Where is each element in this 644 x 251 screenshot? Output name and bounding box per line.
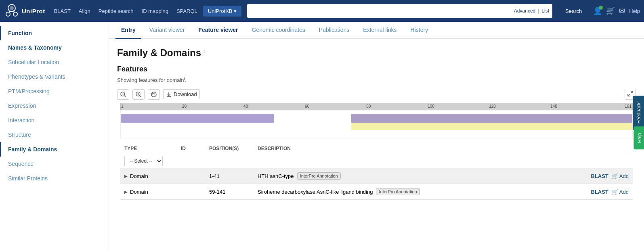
svg-point-13 bbox=[151, 92, 156, 97]
sidebar-item-phenotypes-variants[interactable]: Phenotypes & Variants bbox=[0, 69, 109, 84]
section-info-icon[interactable]: ⁱ bbox=[203, 50, 205, 56]
zoom-in-button[interactable] bbox=[132, 89, 145, 100]
tabs-bar: Entry Variant viewer Feature viewer Geno… bbox=[109, 22, 644, 39]
sidebar-item-ptm-processing[interactable]: PTM/Processing bbox=[0, 84, 109, 98]
tab-variant-viewer[interactable]: Variant viewer bbox=[144, 22, 191, 39]
svg-point-3 bbox=[13, 12, 17, 16]
interpro-badge-1[interactable]: InterPro Annotation bbox=[297, 172, 341, 180]
features-note: Showing features for domaini. bbox=[117, 76, 636, 83]
tab-publications[interactable]: Publications bbox=[313, 22, 355, 39]
tab-entry[interactable]: Entry bbox=[115, 22, 141, 39]
download-icon bbox=[166, 92, 172, 97]
advanced-link[interactable]: Advanced bbox=[514, 8, 535, 14]
svg-point-2 bbox=[6, 12, 10, 16]
ruler-bar: 20 40 60 80 100 120 140 1 161 bbox=[120, 103, 633, 110]
main-layout: Function Names & Taxonomy Subcellular Lo… bbox=[0, 22, 644, 251]
svg-line-12 bbox=[140, 96, 141, 97]
search-button[interactable]: Search bbox=[560, 6, 587, 17]
feedback-button[interactable]: Feedback bbox=[633, 96, 644, 130]
search-input[interactable] bbox=[250, 8, 514, 14]
sidebar-item-similar-proteins[interactable]: Similar Proteins bbox=[0, 171, 109, 186]
nav-sparql[interactable]: SPARQL bbox=[174, 6, 200, 16]
sidebar-item-function[interactable]: Function bbox=[0, 26, 109, 40]
logo-area[interactable]: UniProt bbox=[4, 3, 45, 19]
sidebar-item-expression[interactable]: Expression bbox=[0, 98, 109, 113]
row-expand-icon-1[interactable]: ▶ bbox=[124, 174, 128, 178]
features-subtitle: Features bbox=[117, 65, 636, 73]
sidebar-item-structure[interactable]: Structure bbox=[0, 128, 109, 142]
nav-id-mapping[interactable]: ID mapping bbox=[139, 6, 171, 16]
sidebar-item-interaction[interactable]: Interaction bbox=[0, 113, 109, 128]
search-bar-container: Advanced | List bbox=[247, 4, 552, 18]
reset-zoom-icon bbox=[151, 91, 157, 98]
nav-icons-area: 👤 🛒 ✉ Help bbox=[593, 6, 640, 15]
blast-link-1[interactable]: BLAST bbox=[591, 173, 608, 179]
zoom-out-icon bbox=[120, 91, 126, 98]
section-title: Family & Domains ⁱ bbox=[117, 47, 636, 59]
download-button[interactable]: Download bbox=[163, 89, 200, 99]
viz-toolbar: Download bbox=[117, 89, 636, 100]
feature-bar-domain1-purple bbox=[121, 114, 274, 123]
tab-history[interactable]: History bbox=[405, 22, 434, 39]
uniprotkb-button[interactable]: UniProtKB ▾ bbox=[203, 6, 242, 17]
top-navigation: UniProt BLAST Align Peptide search ID ma… bbox=[0, 0, 644, 22]
table-row: ▶ Domain 59-141 Siroheme decarboxylase A… bbox=[120, 184, 633, 200]
type-filter-select[interactable]: -- Select -- bbox=[124, 156, 163, 166]
nav-blast[interactable]: BLAST bbox=[52, 6, 73, 16]
row-expand-icon-2[interactable]: ▶ bbox=[124, 190, 128, 194]
add-button-2[interactable]: 🛒 Add bbox=[612, 189, 629, 195]
basket-icon[interactable]: 🛒 bbox=[606, 6, 615, 15]
svg-point-1 bbox=[10, 6, 14, 10]
sidebar-item-names-taxonomy[interactable]: Names & Taxonomy bbox=[0, 40, 109, 55]
mail-icon[interactable]: ✉ bbox=[619, 6, 625, 15]
zoom-out-button[interactable] bbox=[117, 89, 129, 100]
tab-external-links[interactable]: External links bbox=[357, 22, 402, 39]
content-area: Entry Variant viewer Feature viewer Geno… bbox=[109, 22, 644, 251]
sidebar-item-subcellular-location[interactable]: Subcellular Location bbox=[0, 55, 109, 69]
nav-peptide-search[interactable]: Peptide search bbox=[96, 6, 136, 16]
uniprot-logo[interactable] bbox=[4, 3, 19, 19]
reset-zoom-button[interactable] bbox=[148, 89, 160, 100]
section-content: Family & Domains ⁱ Features Showing feat… bbox=[109, 39, 644, 204]
sidebar-item-family-domains[interactable]: Family & Domains bbox=[0, 142, 109, 157]
add-button-1[interactable]: 🛒 Add bbox=[612, 173, 629, 179]
help-text[interactable]: Help bbox=[629, 8, 640, 14]
features-table: TYPE ID POSITION(S) DESCRIPTION -- Selec… bbox=[120, 143, 633, 200]
interpro-badge-2[interactable]: InterPro Annotation bbox=[376, 188, 420, 195]
sidebar: Function Names & Taxonomy Subcellular Lo… bbox=[0, 22, 109, 251]
help-side-button[interactable]: Help bbox=[634, 127, 644, 150]
list-link[interactable]: List bbox=[541, 8, 549, 14]
tab-feature-viewer[interactable]: Feature viewer bbox=[193, 22, 243, 39]
table-filter-row: -- Select -- bbox=[120, 154, 633, 168]
user-icon[interactable]: 👤 bbox=[593, 6, 602, 15]
zoom-in-icon bbox=[135, 91, 142, 98]
table-row: ▶ Domain 1-41 HTH asnC-type InterPro Ann… bbox=[120, 168, 633, 184]
tab-genomic-coordinates[interactable]: Genomic coordinates bbox=[246, 22, 311, 39]
nav-align[interactable]: Align bbox=[76, 6, 93, 16]
table-header-row: TYPE ID POSITION(S) DESCRIPTION bbox=[120, 143, 633, 154]
sidebar-item-sequence[interactable]: Sequence bbox=[0, 157, 109, 171]
logo-text: UniProt bbox=[22, 8, 45, 15]
online-indicator bbox=[599, 6, 603, 10]
blast-link-2[interactable]: BLAST bbox=[591, 189, 608, 195]
svg-line-8 bbox=[124, 96, 126, 97]
feature-visualization bbox=[120, 110, 633, 138]
expand-icon bbox=[627, 91, 633, 96]
feature-bar-domain2-purple bbox=[351, 114, 632, 123]
